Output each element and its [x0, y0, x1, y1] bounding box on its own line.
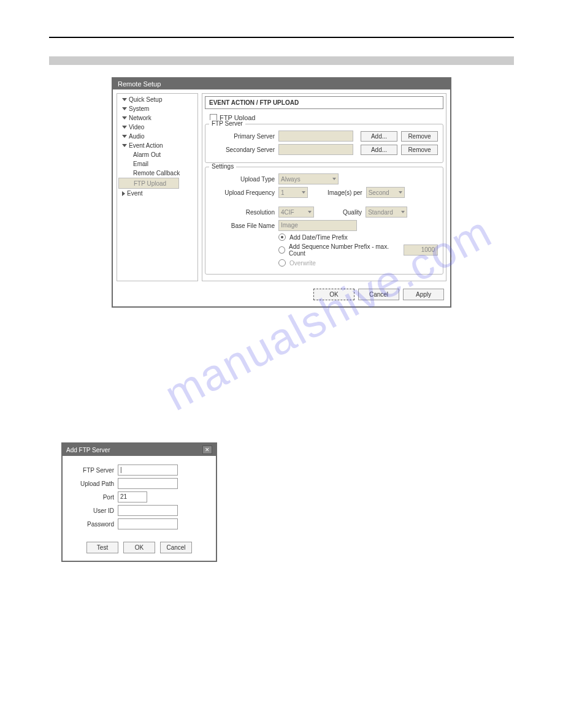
chevron-down-icon	[399, 191, 402, 194]
dialog2-title: Add FTP Server ✕	[63, 444, 216, 456]
user-id-input[interactable]	[118, 505, 178, 516]
prefix-sequence-radio[interactable]	[278, 246, 285, 254]
add-ftp-server-dialog: Add FTP Server ✕ FTP Server| Upload Path…	[61, 442, 217, 562]
dialog2-title-text: Add FTP Server	[66, 447, 110, 453]
expand-icon	[122, 98, 127, 101]
quality-select[interactable]: Standard	[366, 207, 407, 218]
chevron-down-icon	[302, 191, 305, 194]
images-per-select[interactable]: Second	[366, 187, 405, 198]
tree-audio[interactable]: Audio	[118, 132, 196, 141]
tree-label: System	[129, 105, 149, 112]
collapse-icon	[122, 191, 125, 196]
tree-ftp-upload[interactable]: FTP Upload	[118, 178, 179, 189]
tree-event-action[interactable]: Event Action	[118, 141, 196, 150]
ftp-server-label: FTP Server	[71, 467, 114, 474]
tree-label: Remote Callback	[133, 170, 180, 176]
upload-path-input[interactable]	[118, 478, 178, 489]
expand-icon	[122, 116, 127, 119]
upload-freq-label: Upload Frequency	[210, 189, 275, 196]
remove-primary-button[interactable]: Remove	[401, 131, 438, 142]
tree-remote-callback[interactable]: Remote Callback	[118, 169, 196, 178]
tree-video[interactable]: Video	[118, 123, 196, 132]
ftp-server-fieldset: FTP Server Primary Server Add... Remove …	[205, 124, 443, 163]
select-value: Always	[281, 176, 301, 183]
tree-label: Video	[129, 124, 144, 131]
port-input[interactable]: 21	[118, 491, 147, 502]
tree-network[interactable]: Network	[118, 113, 196, 123]
password-input[interactable]	[118, 518, 178, 529]
tree-label: Alarm Out	[133, 151, 161, 158]
main-panel: EVENT ACTION / FTP UPLOAD FTP Upload FTP…	[202, 93, 446, 281]
nav-tree: Quick Setup System Network Video Audio E…	[117, 93, 198, 281]
quality-label: Quality	[343, 209, 362, 216]
tree-system[interactable]: System	[118, 104, 196, 113]
tree-label: Quick Setup	[129, 96, 162, 103]
base-file-input[interactable]: Image	[278, 220, 357, 231]
tree-label: Email	[133, 161, 148, 167]
tree-quick-setup[interactable]: Quick Setup	[118, 95, 196, 104]
upload-freq-select[interactable]: 1	[278, 187, 308, 198]
upload-path-label: Upload Path	[71, 480, 114, 487]
user-id-label: User ID	[71, 507, 114, 514]
max-count-input[interactable]: 1000	[404, 245, 438, 256]
dialog-title: Remote Setup	[113, 78, 450, 89]
chevron-down-icon	[308, 211, 312, 213]
prefix-datetime-label: Add Date/Time Prefix	[289, 234, 348, 241]
add-primary-button[interactable]: Add...	[361, 131, 397, 142]
apply-button[interactable]: Apply	[403, 289, 444, 300]
prefix-sequence-label: Add Sequence Number Prefix - max. Count	[289, 243, 396, 257]
base-file-label: Base File Name	[210, 222, 275, 229]
tree-label: FTP Upload	[134, 180, 166, 187]
expand-icon	[122, 144, 127, 147]
ftp-server-legend: FTP Server	[209, 120, 245, 127]
secondary-server-input[interactable]	[278, 144, 353, 155]
expand-icon	[122, 107, 127, 110]
password-label: Password	[71, 521, 114, 528]
tree-label: Event Action	[129, 142, 163, 149]
ok-button[interactable]: OK	[313, 289, 354, 300]
test-button[interactable]: Test	[86, 542, 118, 553]
overwrite-radio[interactable]	[278, 259, 286, 267]
upload-type-select[interactable]: Always	[278, 173, 339, 184]
settings-fieldset: Settings Upload Type Always Upload Frequ…	[205, 167, 443, 275]
chevron-down-icon	[401, 211, 405, 213]
resolution-label: Resolution	[210, 209, 275, 216]
chevron-down-icon	[332, 178, 336, 180]
tree-label: Network	[129, 115, 151, 121]
settings-legend: Settings	[209, 163, 236, 170]
select-value: Second	[369, 189, 389, 196]
close-icon[interactable]: ✕	[202, 446, 212, 454]
select-value: 1	[281, 189, 285, 196]
upload-type-label: Upload Type	[210, 176, 275, 183]
secondary-server-label: Secondary Server	[210, 146, 275, 153]
expand-icon	[122, 135, 127, 138]
prefix-datetime-radio[interactable]	[278, 233, 286, 241]
tree-event[interactable]: Event	[118, 189, 196, 198]
port-label: Port	[71, 494, 114, 501]
cancel2-button[interactable]: Cancel	[160, 542, 192, 553]
tree-alarm-out[interactable]: Alarm Out	[118, 150, 196, 159]
remote-setup-dialog: Remote Setup Quick Setup System Network …	[112, 77, 451, 308]
page-rule	[49, 37, 514, 38]
panel-header: EVENT ACTION / FTP UPLOAD	[205, 96, 443, 109]
gray-band	[49, 56, 514, 65]
remove-secondary-button[interactable]: Remove	[401, 145, 438, 155]
select-value: Standard	[368, 209, 393, 216]
tree-label: Event	[127, 190, 143, 197]
tree-label: Audio	[129, 133, 145, 140]
add-secondary-button[interactable]: Add...	[361, 145, 397, 155]
overwrite-label: Overwrite	[289, 260, 316, 267]
primary-server-input[interactable]	[278, 131, 353, 142]
select-value: 4CIF	[281, 209, 294, 216]
ftp-server-input[interactable]: |	[118, 464, 178, 476]
resolution-select[interactable]: 4CIF	[278, 207, 314, 218]
primary-server-label: Primary Server	[210, 133, 275, 140]
tree-email[interactable]: Email	[118, 159, 196, 169]
images-per-label: Image(s) per	[327, 189, 362, 196]
expand-icon	[122, 126, 127, 129]
ok2-button[interactable]: OK	[123, 542, 155, 553]
cancel-button[interactable]: Cancel	[358, 289, 399, 300]
